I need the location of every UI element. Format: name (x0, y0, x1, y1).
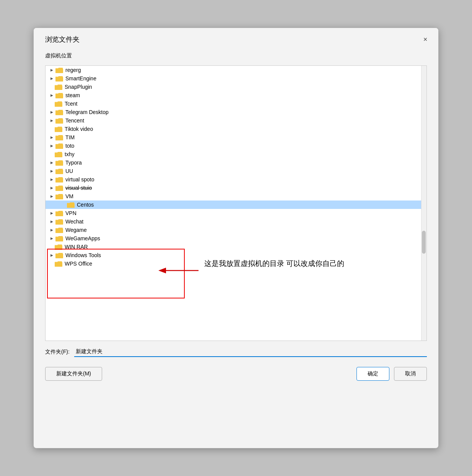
folder-icon (55, 210, 63, 216)
svg-rect-5 (55, 85, 62, 90)
svg-rect-19 (55, 144, 63, 149)
tree-item-uu[interactable]: ▶ UU (46, 167, 426, 175)
expand-icon[interactable]: ▶ (49, 134, 55, 140)
action-row: 新建文件夹(M) 确定 取消 (34, 361, 438, 390)
expand-icon[interactable]: ▶ (49, 168, 55, 174)
folder-icon (55, 176, 63, 183)
expand-icon[interactable]: ▶ (49, 109, 55, 115)
expand-icon[interactable]: ▶ (49, 67, 55, 73)
tree-item-toto[interactable]: ▶ toto (46, 142, 426, 150)
close-button[interactable]: × (420, 34, 431, 45)
item-label: WPS Office (65, 261, 92, 267)
folder-icon (55, 193, 63, 199)
tree-item-wegame[interactable]: ▶ Wegame (46, 226, 426, 234)
item-label: Typora (65, 160, 82, 166)
tree-item-vm[interactable]: ▶ VM (46, 192, 426, 201)
tree-item-tiktok[interactable]: Tiktok video (46, 125, 426, 133)
tree-item-centos[interactable]: Centos (46, 201, 426, 209)
expand-icon[interactable]: ▶ (49, 160, 55, 166)
new-folder-button[interactable]: 新建文件夹(M) (45, 367, 102, 381)
svg-rect-37 (55, 220, 63, 225)
item-label: toto (65, 143, 74, 149)
tree-item-snapplugin[interactable]: SnapPlugin (46, 83, 426, 91)
expand-icon[interactable]: ▶ (49, 117, 55, 124)
item-label: TIM (65, 134, 75, 140)
svg-rect-39 (55, 228, 63, 233)
tree-item-regerg[interactable]: ▶ regerg (46, 66, 426, 74)
tree-item-visualstudio[interactable]: ▶ visual stuio (46, 184, 426, 192)
tree-item-wpsoffice[interactable]: WPS Office (46, 259, 426, 268)
folder-icon (55, 75, 63, 82)
expand-icon[interactable]: ▶ (49, 193, 55, 199)
item-label: Centos (77, 202, 94, 208)
svg-rect-47 (55, 262, 62, 267)
tree-item-windowstools[interactable]: ▶ Windows Tools (46, 251, 426, 259)
svg-rect-13 (55, 119, 63, 124)
svg-rect-3 (55, 77, 63, 82)
item-label: Telegram Desktop (65, 109, 109, 115)
item-label: Wechat (65, 218, 83, 225)
svg-rect-43 (55, 245, 62, 250)
folder-icon (55, 151, 62, 157)
tree-item-txhy[interactable]: txhy (46, 150, 426, 158)
item-label: Tencent (65, 117, 84, 124)
folder-icon (55, 252, 63, 258)
cancel-button[interactable]: 取消 (394, 367, 427, 381)
tree-item-winrar[interactable]: WIN RAR (46, 243, 426, 251)
folder-input-row: 文件夹(F): (34, 341, 438, 361)
expand-icon[interactable]: ▶ (49, 92, 55, 98)
item-label: Wegame (65, 227, 87, 233)
ok-button[interactable]: 确定 (356, 367, 389, 381)
item-label: steam (65, 92, 80, 98)
svg-rect-29 (55, 186, 63, 191)
folder-icon (55, 101, 62, 107)
svg-rect-25 (55, 170, 63, 174)
folder-icon (55, 185, 63, 191)
expand-icon[interactable]: ▶ (49, 176, 55, 183)
tree-item-vpn[interactable]: ▶ VPN (46, 209, 426, 217)
item-label: virtual spoto (65, 176, 94, 183)
tree-item-wegameapps[interactable]: ▶ WeGameApps (46, 234, 426, 243)
confirm-buttons: 确定 取消 (356, 367, 427, 381)
browse-folder-dialog: 浏览文件夹 × 虚拟机位置 ▶ regerg▶ SmartEngine Snap… (33, 28, 439, 448)
svg-rect-15 (55, 127, 62, 132)
scrollbar-thumb[interactable] (422, 231, 426, 254)
folder-icon (55, 126, 62, 132)
item-label: VPN (65, 210, 76, 216)
item-label: Tcent (65, 101, 77, 107)
expand-icon[interactable]: ▶ (49, 235, 55, 241)
folder-icon (55, 244, 62, 250)
tree-item-tcent[interactable]: Tcent (46, 99, 426, 108)
tree-item-wechat[interactable]: ▶ Wechat (46, 217, 426, 226)
scrollbar-track[interactable] (421, 66, 426, 341)
expand-icon[interactable]: ▶ (49, 185, 55, 191)
item-label: txhy (65, 151, 75, 157)
svg-rect-23 (55, 161, 63, 166)
svg-rect-33 (67, 203, 75, 208)
folder-icon (55, 109, 63, 115)
tree-item-steam[interactable]: ▶ steam (46, 91, 426, 99)
svg-rect-27 (55, 178, 63, 183)
expand-icon[interactable]: ▶ (49, 75, 55, 82)
item-label: Tiktok video (65, 126, 93, 132)
folder-icon (55, 168, 63, 174)
tree-item-tim[interactable]: ▶ TIM (46, 133, 426, 142)
tree-item-telegram[interactable]: ▶ Telegram Desktop (46, 108, 426, 116)
tree-item-typora[interactable]: ▶ Typora (46, 158, 426, 167)
expand-icon[interactable]: ▶ (49, 143, 55, 149)
item-label: visual stuio (65, 185, 92, 191)
tree-item-virtualspoto[interactable]: ▶ virtual spoto (46, 175, 426, 184)
expand-icon[interactable]: ▶ (49, 227, 55, 233)
expand-icon[interactable]: ▶ (49, 252, 55, 258)
item-label: WIN RAR (65, 244, 88, 250)
file-tree[interactable]: ▶ regerg▶ SmartEngine SnapPlugin▶ steam … (45, 65, 427, 341)
tree-item-tencent[interactable]: ▶ Tencent (46, 116, 426, 125)
tree-item-smartengine[interactable]: ▶ SmartEngine (46, 74, 426, 83)
folder-input[interactable] (74, 347, 427, 357)
svg-rect-9 (55, 102, 62, 107)
expand-icon[interactable]: ▶ (49, 218, 55, 225)
item-label: WeGameApps (65, 235, 100, 241)
item-label: regerg (65, 67, 81, 73)
expand-icon[interactable]: ▶ (49, 210, 55, 216)
svg-rect-45 (55, 254, 63, 258)
